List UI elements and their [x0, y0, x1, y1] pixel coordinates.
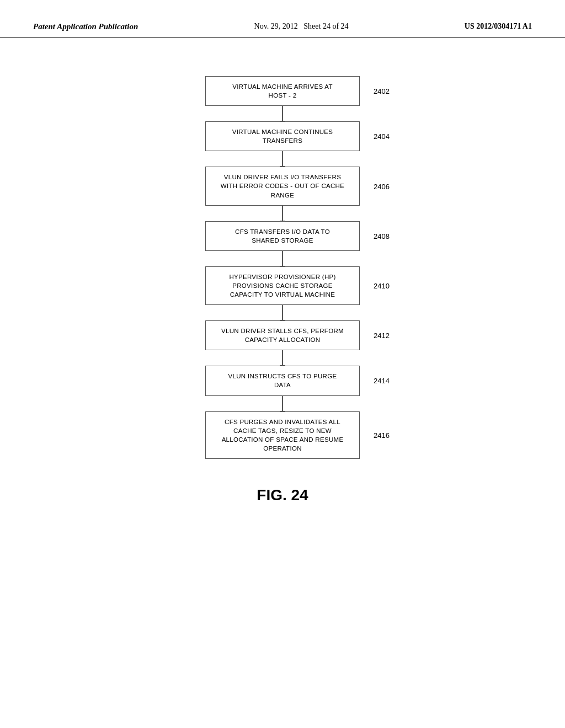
flowchart: VIRTUAL MACHINE ARRIVES AT HOST - 22402V… — [205, 76, 360, 459]
flow-arrow-2402 — [282, 106, 283, 121]
header-patent-number: US 2012/0304171 A1 — [465, 22, 532, 31]
flow-box-2406: VLUN DRIVER FAILS I/O TRANSFERS WITH ERR… — [205, 167, 360, 205]
flow-box-2412: VLUN DRIVER STALLS CFS, PERFORM CAPACITY… — [205, 320, 360, 350]
flow-step-label-2416: 2416 — [374, 431, 390, 439]
flow-step-label-2414: 2414 — [374, 377, 390, 385]
flow-box-2416: CFS PURGES AND INVALIDATES ALL CACHE TAG… — [205, 411, 360, 459]
flow-arrow-2404 — [282, 151, 283, 167]
figure-label: FIG. 24 — [257, 486, 308, 504]
header-publication-title: Patent Application Publication — [33, 22, 138, 31]
flow-step-label-2412: 2412 — [374, 331, 390, 340]
flow-step-2402: VIRTUAL MACHINE ARRIVES AT HOST - 22402 — [205, 76, 360, 106]
flow-box-2404: VIRTUAL MACHINE CONTINUES TRANSFERS — [205, 121, 360, 151]
flow-box-2402: VIRTUAL MACHINE ARRIVES AT HOST - 2 — [205, 76, 360, 106]
flow-step-2410: HYPERVISOR PROVISIONER (HP) PROVISIONS C… — [205, 266, 360, 305]
flow-step-2414: VLUN INSTRUCTS CFS TO PURGE DATA2414 — [205, 366, 360, 395]
flow-step-label-2402: 2402 — [374, 87, 390, 95]
flow-step-2404: VIRTUAL MACHINE CONTINUES TRANSFERS2404 — [205, 121, 360, 151]
flow-step-label-2408: 2408 — [374, 232, 390, 240]
flow-step-2416: CFS PURGES AND INVALIDATES ALL CACHE TAG… — [205, 411, 360, 459]
flow-step-2412: VLUN DRIVER STALLS CFS, PERFORM CAPACITY… — [205, 320, 360, 350]
flow-step-label-2404: 2404 — [374, 132, 390, 141]
flow-box-2408: CFS TRANSFERS I/O DATA TO SHARED STORAGE — [205, 221, 360, 251]
page: Patent Application Publication Nov. 29, … — [0, 0, 565, 728]
flow-step-label-2406: 2406 — [374, 182, 390, 190]
header: Patent Application Publication Nov. 29, … — [0, 0, 565, 38]
flow-step-2406: VLUN DRIVER FAILS I/O TRANSFERS WITH ERR… — [205, 167, 360, 205]
flow-box-2414: VLUN INSTRUCTS CFS TO PURGE DATA — [205, 366, 360, 395]
flow-box-2410: HYPERVISOR PROVISIONER (HP) PROVISIONS C… — [205, 266, 360, 305]
flow-arrow-2414 — [282, 396, 283, 411]
header-sheet: Sheet 24 of 24 — [303, 22, 348, 30]
flow-arrow-2412 — [282, 350, 283, 366]
flow-step-label-2410: 2410 — [374, 281, 390, 290]
flow-step-2408: CFS TRANSFERS I/O DATA TO SHARED STORAGE… — [205, 221, 360, 251]
flow-arrow-2408 — [282, 251, 283, 266]
flow-arrow-2406 — [282, 206, 283, 221]
header-date: Nov. 29, 2012 — [254, 22, 298, 30]
flow-arrow-2410 — [282, 305, 283, 320]
header-meta: Nov. 29, 2012 Sheet 24 of 24 — [254, 22, 349, 31]
main-content: VIRTUAL MACHINE ARRIVES AT HOST - 22402V… — [0, 38, 565, 515]
